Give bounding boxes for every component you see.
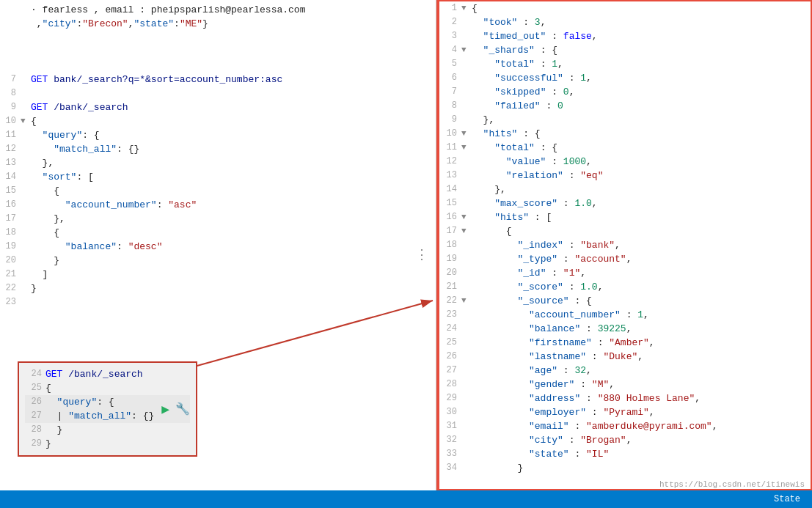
r-line-8: 8 "failed" : 0 [438, 99, 812, 113]
play-button[interactable]: ▶ [161, 401, 169, 417]
wrench-button[interactable]: 🔧 [175, 402, 190, 416]
r-line-29: 29 "address" : "880 Holmes Lane", [438, 391, 812, 405]
r-line-15: 15 "max_score" : 1.0, [438, 196, 812, 210]
r-line-12: 12 "value" : 1000, [438, 155, 812, 169]
code-line-22: 22 } [0, 281, 436, 295]
r-line-4: 4 ▼ "_shards" : { [438, 43, 812, 57]
svg-line-1 [194, 301, 433, 367]
r-line-21: 21 "_score" : 1.0, [438, 280, 812, 294]
r-line-22: 22 ▼ "_source" : { [438, 294, 812, 308]
r-line-34: 34 } [438, 461, 812, 475]
qbox-line-24: 24 GET /bank/_search [25, 367, 190, 381]
watermark: https://blog.csdn.net/itinewis [659, 480, 805, 489]
r-line-19: 19 "_type" : "account", [438, 252, 812, 266]
r-line-24: 24 "balance" : 39225, [438, 322, 812, 336]
code-line-11: 11 "query": { [0, 128, 436, 142]
r-line-26: 26 "lastname" : "Duke", [438, 350, 812, 364]
code-line-20: 20 } [0, 254, 436, 268]
code-line-7: 7 GET bank/_search?q=*&sort=account_numb… [0, 73, 436, 86]
code-line-12: 12 "match_all": {} [0, 142, 436, 156]
code-line-header1: · fearless , email : pheipsparlish@pearl… [0, 3, 436, 17]
r-line-17: 17 ▼ { [438, 224, 812, 238]
code-line-10: 10 ▼ { [0, 114, 436, 128]
r-line-1: 1 ▼ { [438, 1, 812, 15]
code-line-blank3 [0, 59, 436, 73]
code-line-blank1 [0, 31, 436, 45]
status-bar: State [0, 490, 812, 508]
r-line-10: 10 ▼ "hits" : { [438, 127, 812, 141]
r-line-6: 6 "successful" : 1, [438, 71, 812, 85]
r-line-27: 27 "age" : 32, [438, 364, 812, 378]
left-code-area: · fearless , email : pheipsparlish@pearl… [0, 0, 436, 508]
qbox-line-29: 29 } [25, 437, 190, 451]
code-line-17: 17 }, [0, 212, 436, 226]
code-line-18: 18 { [0, 226, 436, 240]
code-line-header2: ,"city":"Brecon","state":"ME"} [0, 17, 436, 31]
r-line-28: 28 "gender" : "M", [438, 378, 812, 391]
r-line-13: 13 "relation" : "eq" [438, 169, 812, 183]
code-line-16: 16 "account_number": "asc" [0, 198, 436, 212]
code-line-19: 19 "balance": "desc" [0, 240, 436, 254]
r-line-25: 25 "firstname" : "Amber", [438, 336, 812, 350]
code-line-14: 14 "sort": [ [0, 170, 436, 184]
qbox-line-25: 25 { [25, 381, 190, 395]
r-line-20: 20 "_id" : "1", [438, 266, 812, 280]
code-line-23: 23 [0, 295, 436, 309]
r-line-33: 33 "state" : "IL" [438, 447, 812, 461]
r-line-30: 30 "employer" : "Pyrami", [438, 405, 812, 419]
left-panel: · fearless , email : pheipsparlish@pearl… [0, 0, 436, 508]
r-line-31: 31 "email" : "amberduke@pyrami.com", [438, 419, 812, 433]
r-line-9: 9 }, [438, 113, 812, 127]
r-line-5: 5 "total" : 1, [438, 57, 812, 71]
code-line-9: 9 GET /bank/_search [0, 100, 436, 114]
r-line-16: 16 ▼ "hits" : [ [438, 210, 812, 224]
right-panel: 1 ▼ { 2 "took" : 3, 3 "timed_out" : fals… [436, 0, 812, 508]
code-line-blank2 [0, 45, 436, 59]
qbox-line-28: 28 } [25, 423, 190, 437]
code-line-8-blank: 8 [0, 86, 436, 100]
separator-dots[interactable]: ⋮ [415, 246, 428, 262]
r-line-3: 3 "timed_out" : false, [438, 29, 812, 43]
r-line-32: 32 "city" : "Brogan", [438, 433, 812, 447]
state-label: State [774, 494, 800, 504]
r-line-18: 18 "_index" : "bank", [438, 238, 812, 252]
r-line-2: 2 "took" : 3, [438, 15, 812, 29]
r-line-7: 7 "skipped" : 0, [438, 85, 812, 99]
r-line-11: 11 ▼ "total" : { [438, 141, 812, 155]
code-line-21: 21 ] [0, 268, 436, 281]
right-code-area: 1 ▼ { 2 "took" : 3, 3 "timed_out" : fals… [438, 0, 812, 476]
query-box: 24 GET /bank/_search 25 { 26 "query": { … [18, 361, 197, 457]
code-line-13: 13 }, [0, 156, 436, 170]
r-line-23: 23 "account_number" : 1, [438, 308, 812, 322]
code-line-15: 15 { [0, 184, 436, 198]
r-line-14: 14 }, [438, 183, 812, 196]
